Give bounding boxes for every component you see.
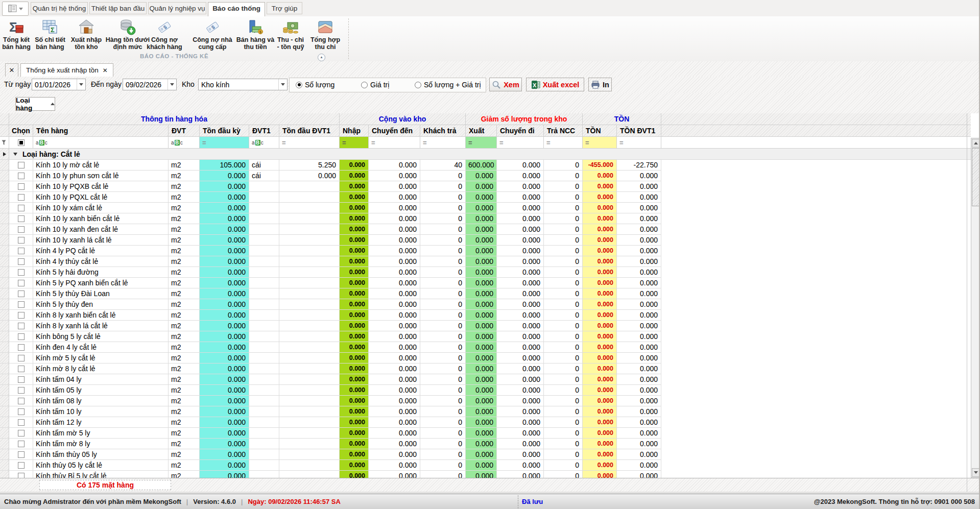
row-select-cell[interactable] [9, 385, 33, 396]
row-select-cell[interactable] [9, 171, 33, 181]
row-select-cell[interactable] [9, 417, 33, 428]
ribbon-collapse-button[interactable]: ▴ [318, 54, 325, 61]
table-row[interactable]: Kính tấm thủy 05 ly m2 0.000 0.000 0.000… [0, 449, 971, 460]
table-row[interactable]: Kính 4 ly thủy cắt lẻ m2 0.000 0.000 0.0… [0, 256, 971, 267]
filter-chuyen-di-cell[interactable]: = [497, 137, 544, 149]
filter-ten-hang-cell[interactable] [33, 137, 169, 149]
menu-tab-tro-giup[interactable]: Trợ giúp [267, 2, 302, 14]
row-select-cell[interactable] [9, 235, 33, 246]
filter-select-all-checkbox-cell[interactable] [9, 137, 33, 149]
from-date-input[interactable]: 01/01/2026 [32, 79, 86, 90]
row-checkbox[interactable] [18, 398, 25, 404]
row-select-cell[interactable] [9, 374, 33, 385]
row-checkbox[interactable] [18, 473, 25, 478]
scrollbar-thumb[interactable] [972, 148, 979, 206]
group-by-loai-hang-button[interactable]: Loại hàng [15, 97, 55, 111]
row-select-cell[interactable] [9, 213, 33, 224]
menu-tab-thiet-lap-ban-dau[interactable]: Thiết lập ban đầu [89, 2, 147, 14]
table-row[interactable]: Kính thủy 05 ly cắt lẻ m2 0.000 0.000 0.… [0, 460, 971, 471]
table-row[interactable]: Kính 10 ly phun sơn cắt lẻ m2 0.000 cái … [0, 171, 971, 181]
row-checkbox[interactable] [18, 419, 25, 426]
row-select-cell[interactable] [9, 342, 33, 353]
warehouse-dropdown-icon[interactable] [278, 79, 287, 90]
row-checkbox[interactable] [18, 258, 25, 265]
row-select-cell[interactable] [9, 363, 33, 374]
scroll-down-button[interactable] [972, 468, 979, 477]
table-row[interactable]: Kính tấm 05 ly m2 0.000 0.000 0.000 0 0.… [0, 385, 971, 396]
filter-ton-cell[interactable]: = [583, 137, 617, 149]
row-select-cell[interactable] [9, 278, 33, 288]
row-checkbox[interactable] [18, 430, 25, 437]
radio-so-luong[interactable]: Số lượng [296, 81, 334, 89]
scroll-up-button[interactable] [972, 139, 979, 148]
row-select-cell[interactable] [9, 460, 33, 471]
header-ton-dau-ky[interactable]: Tồn đầu kỳ [200, 125, 249, 137]
warehouse-select[interactable]: Kho kính [198, 79, 288, 90]
table-row[interactable]: Kính 5 ly thủy Đài Loan m2 0.000 0.000 0… [0, 288, 971, 299]
radio-so-luong-gia-tri[interactable]: Số lượng + Giá trị [415, 81, 481, 89]
filter-ton-dvt1-cell[interactable]: = [617, 137, 661, 149]
row-select-cell[interactable] [9, 256, 33, 267]
header-chuyen-di[interactable]: Chuyển đi [497, 125, 544, 137]
row-select-cell[interactable] [9, 181, 33, 192]
table-row[interactable]: Kính 10 ly xanh đen cắt lẻ m2 0.000 0.00… [0, 224, 971, 235]
row-checkbox[interactable] [18, 205, 25, 211]
radio-gia-tri[interactable]: Giá trị [361, 81, 389, 89]
row-select-cell[interactable] [9, 203, 33, 213]
filter-dvt1-cell[interactable] [249, 137, 279, 149]
row-checkbox[interactable] [18, 344, 25, 351]
row-select-cell[interactable] [9, 396, 33, 406]
filter-ton-dau-ky-cell[interactable]: = [200, 137, 249, 149]
row-select-cell[interactable] [9, 267, 33, 278]
ribbon-button-xuat-nhap-ton-kho[interactable]: Xuất nhậptồn kho [70, 18, 102, 54]
table-row[interactable]: Kính tấm 10 ly m2 0.000 0.000 0.000 0 0.… [0, 406, 971, 417]
table-row[interactable]: Kính 10 ly PQXL cắt lẻ m2 0.000 0.000 0.… [0, 192, 971, 203]
table-row[interactable]: Kính 10 ly xanh biển cắt lẻ m2 0.000 0.0… [0, 213, 971, 224]
table-row[interactable]: Kính tấm 12 ly m2 0.000 0.000 0.000 0 0.… [0, 417, 971, 428]
band-thong-tin-hang-hoa[interactable]: Thông tin hàng hóa [9, 113, 340, 125]
application-menu-button[interactable] [2, 2, 29, 16]
row-select-cell[interactable] [9, 331, 33, 342]
table-row[interactable]: Kính tấm 04 ly m2 0.000 0.000 0.000 0 0.… [0, 374, 971, 385]
menu-tab-bao-cao-thong-ke[interactable]: Báo cáo thống kê [208, 2, 265, 16]
row-checkbox[interactable] [18, 280, 25, 286]
row-checkbox[interactable] [18, 301, 25, 308]
header-ton-dau-dvt1[interactable]: Tồn đầu ĐVT1 [279, 125, 340, 137]
row-checkbox[interactable] [18, 451, 25, 458]
row-checkbox[interactable] [18, 194, 25, 201]
row-select-cell[interactable] [9, 299, 33, 310]
header-nhap[interactable]: Nhập [340, 125, 369, 137]
header-ton[interactable]: TỒN [583, 125, 617, 137]
table-row[interactable]: Kính 5 ly PQ xanh biển cắt lẻ m2 0.000 0… [0, 278, 971, 288]
row-checkbox[interactable] [18, 376, 25, 383]
table-row[interactable]: Kính 8 ly xanh lá cắt lẻ m2 0.000 0.000 … [0, 321, 971, 331]
table-row[interactable]: Kính 8 ly xanh biển cắt lẻ m2 0.000 0.00… [0, 310, 971, 321]
row-checkbox[interactable] [18, 333, 25, 340]
table-row[interactable]: Kính 10 ly mờ cắt lẻ m2 105.000 cái 5.25… [0, 160, 971, 171]
row-checkbox[interactable] [18, 215, 25, 222]
row-select-cell[interactable] [9, 353, 33, 363]
row-checkbox[interactable] [18, 312, 25, 319]
table-row[interactable]: Kính tấm mờ 8 ly m2 0.000 0.000 0.000 0 … [0, 439, 971, 449]
row-select-cell[interactable] [9, 439, 33, 449]
table-row[interactable]: Kính 10 ly xanh lá cắt lẻ m2 0.000 0.000… [0, 235, 971, 246]
table-row[interactable]: Kính 5 ly thủy đen m2 0.000 0.000 0.000 … [0, 299, 971, 310]
row-checkbox[interactable] [18, 387, 25, 394]
filter-nhap-cell[interactable]: = [340, 137, 369, 149]
band-ton[interactable]: TỒN [583, 113, 661, 125]
ribbon-button-so-chi-tiet-ban-hang[interactable]: Σ Số chi tiếtbán hàng [34, 18, 66, 54]
row-select-cell[interactable] [9, 224, 33, 235]
row-select-cell[interactable] [9, 428, 33, 439]
table-row[interactable]: Kính tấm mờ 5 ly m2 0.000 0.000 0.000 0 … [0, 428, 971, 439]
print-button[interactable]: In [588, 78, 612, 91]
ribbon-button-hang-ton-duoi-dinh-muc[interactable]: Hàng tồn dướiđịnh mức [105, 18, 150, 54]
row-select-cell[interactable] [9, 246, 33, 256]
row-select-cell[interactable] [9, 449, 33, 460]
ribbon-button-tong-hop-thu-chi[interactable]: Tổng hợpthu chi [307, 18, 344, 54]
vertical-scrollbar[interactable] [971, 138, 979, 478]
table-row[interactable]: Kính 4 ly PQ cắt lẻ m2 0.000 0.000 0.000… [0, 246, 971, 256]
header-chuyen-den[interactable]: Chuyển đến [369, 125, 420, 137]
ribbon-button-ban-hang-va-thu-tien[interactable]: $ Bán hàng vàthu tiền [235, 18, 275, 54]
table-row[interactable]: Kính bông 5 ly cắt lẻ m2 0.000 0.000 0.0… [0, 331, 971, 342]
header-tra-ncc[interactable]: Trả NCC [544, 125, 583, 137]
